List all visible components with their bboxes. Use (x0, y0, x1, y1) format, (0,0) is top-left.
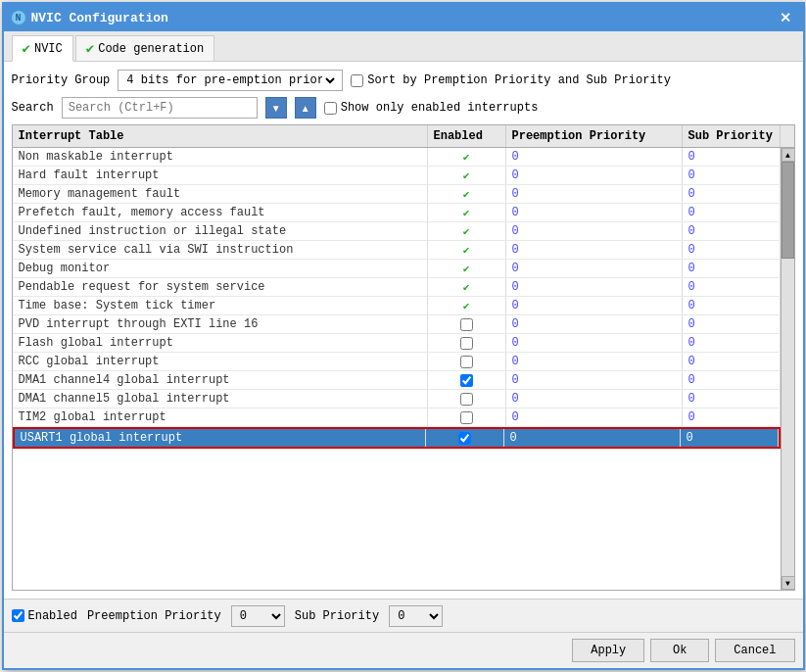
table-row[interactable]: DMA1 channel5 global interrupt00 (13, 390, 781, 408)
table-row[interactable]: Non maskable interrupt✔00 (13, 148, 781, 167)
action-buttons: Apply Ok Cancel (4, 632, 803, 668)
interrupt-name-cell: DMA1 channel5 global interrupt (13, 390, 428, 408)
bottom-enabled-checkbox[interactable] (12, 609, 24, 622)
bottom-preemption-select[interactable]: 0 (231, 605, 285, 627)
table-body-wrapper: Non maskable interrupt✔00Hard fault inte… (13, 148, 794, 590)
interrupt-enabled-cell[interactable]: ✔ (428, 241, 506, 259)
sort-label: Sort by Premption Priority and Sub Prior… (367, 73, 671, 87)
interrupt-enabled-cell[interactable] (428, 408, 506, 426)
enabled-checkbox[interactable] (460, 318, 473, 331)
interrupt-enabled-cell[interactable]: ✔ (428, 222, 506, 240)
enabled-checkbox[interactable] (460, 356, 473, 368)
search-prev-button[interactable]: ▼ (265, 97, 287, 119)
interrupt-enabled-cell[interactable]: ✔ (428, 185, 506, 203)
interrupt-enabled-cell[interactable] (428, 353, 506, 370)
enabled-checkbox[interactable] (460, 393, 473, 406)
table-row[interactable]: Prefetch fault, memory access fault✔00 (13, 204, 781, 222)
scroll-thumb[interactable] (782, 162, 794, 259)
table-row[interactable]: Memory management fault✔00 (13, 185, 781, 204)
interrupt-name-cell: Prefetch fault, memory access fault (13, 204, 428, 221)
sub-priority-cell: 0 (683, 390, 781, 408)
interrupt-enabled-cell[interactable] (426, 429, 504, 447)
interrupt-enabled-cell[interactable]: ✔ (428, 260, 506, 277)
col-preemption: Preemption Priority (506, 125, 683, 147)
tab-nvic[interactable]: ✔ NVIC (12, 35, 73, 62)
preemption-cell: 0 (506, 204, 683, 221)
table-row[interactable]: Pendable request for system service✔00 (13, 278, 781, 297)
show-enabled-checkbox[interactable] (324, 102, 337, 115)
table-row[interactable]: System service call via SWI instruction✔… (13, 241, 781, 260)
table-row[interactable]: Hard fault interrupt✔00 (13, 167, 781, 185)
table-row[interactable]: TIM2 global interrupt00 (13, 408, 781, 427)
interrupt-enabled-cell[interactable]: ✔ (428, 167, 506, 184)
search-input[interactable] (62, 97, 258, 119)
bottom-sub-select[interactable]: 0 (389, 605, 443, 627)
priority-group-select[interactable]: 4 bits for pre-emption priorit... (122, 72, 338, 88)
preemption-cell: 0 (506, 185, 683, 203)
scroll-up-arrow[interactable]: ▲ (782, 148, 794, 162)
interrupt-enabled-cell[interactable] (428, 371, 506, 389)
show-enabled-label[interactable]: Show only enabled interrupts (324, 101, 539, 115)
enabled-checkbox[interactable] (460, 374, 473, 387)
sort-checkbox-label[interactable]: Sort by Premption Priority and Sub Prior… (351, 73, 671, 87)
interrupt-enabled-cell[interactable] (428, 334, 506, 352)
table-row[interactable]: Flash global interrupt00 (13, 334, 781, 353)
check-icon: ✔ (463, 207, 470, 219)
table-body[interactable]: Non maskable interrupt✔00Hard fault inte… (13, 148, 781, 590)
table-row[interactable]: Undefined instruction or illegal state✔0… (13, 222, 781, 241)
interrupt-enabled-cell[interactable]: ✔ (428, 204, 506, 221)
show-enabled-text: Show only enabled interrupts (341, 101, 539, 115)
interrupt-enabled-cell[interactable] (428, 390, 506, 408)
interrupt-enabled-cell[interactable]: ✔ (428, 278, 506, 296)
check-icon: ✔ (463, 151, 470, 164)
search-next-button[interactable]: ▲ (295, 97, 316, 119)
interrupt-table-container: Interrupt Table Enabled Preemption Prior… (12, 124, 795, 591)
table-row[interactable]: DMA1 channel4 global interrupt00 (13, 371, 781, 390)
check-icon: ✔ (463, 188, 470, 201)
tab-code-generation[interactable]: ✔ Code generation (75, 35, 214, 61)
ok-button[interactable]: Ok (650, 639, 709, 662)
preemption-cell: 0 (506, 297, 683, 314)
close-button[interactable]: ✕ (776, 10, 795, 25)
interrupt-name-cell: USART1 global interrupt (15, 429, 426, 447)
sort-checkbox[interactable] (351, 74, 363, 87)
preemption-cell: 0 (506, 260, 683, 277)
sub-priority-cell: 0 (683, 297, 781, 314)
apply-button[interactable]: Apply (572, 639, 644, 662)
sub-priority-cell: 0 (683, 222, 781, 240)
check-icon: ✔ (463, 225, 470, 238)
interrupt-name-cell: Time base: System tick timer (13, 297, 428, 314)
tab-bar: ✔ NVIC ✔ Code generation (4, 31, 803, 62)
table-row[interactable]: Time base: System tick timer✔00 (13, 297, 781, 315)
sub-priority-cell: 0 (683, 278, 781, 296)
scrollbar[interactable]: ▲ ▼ (781, 148, 794, 590)
search-label: Search (12, 101, 54, 115)
interrupt-enabled-cell[interactable] (428, 315, 506, 333)
table-row[interactable]: Debug monitor✔00 (13, 260, 781, 278)
table-row[interactable]: PVD interrupt through EXTI line 1600 (13, 315, 781, 334)
interrupt-name-cell: RCC global interrupt (13, 353, 428, 370)
cancel-button[interactable]: Cancel (715, 639, 794, 662)
nvic-check-icon: ✔ (23, 40, 30, 57)
sub-priority-cell: 0 (681, 429, 779, 447)
preemption-cell: 0 (506, 390, 683, 408)
preemption-cell: 0 (506, 167, 683, 184)
bottom-enabled-checkbox-label[interactable]: Enabled (12, 609, 77, 623)
preemption-cell: 0 (506, 148, 683, 166)
tab-code-generation-label: Code generation (98, 42, 204, 56)
enabled-checkbox[interactable] (460, 337, 473, 350)
interrupt-enabled-cell[interactable]: ✔ (428, 148, 506, 166)
interrupt-name-cell: DMA1 channel4 global interrupt (13, 371, 428, 389)
enabled-checkbox[interactable] (460, 411, 473, 424)
scroll-down-arrow[interactable]: ▼ (782, 576, 794, 590)
check-icon: ✔ (463, 281, 470, 294)
table-row[interactable]: USART1 global interrupt00 (13, 427, 781, 449)
priority-group-dropdown[interactable]: 4 bits for pre-emption priorit... (118, 70, 343, 91)
enabled-checkbox[interactable] (458, 432, 471, 445)
col-enabled: Enabled (428, 125, 506, 147)
interrupt-enabled-cell[interactable]: ✔ (428, 297, 506, 314)
interrupt-name-cell: System service call via SWI instruction (13, 241, 428, 259)
table-row[interactable]: RCC global interrupt00 (13, 353, 781, 371)
scrollbar-placeholder (781, 125, 794, 147)
preemption-cell: 0 (506, 408, 683, 426)
